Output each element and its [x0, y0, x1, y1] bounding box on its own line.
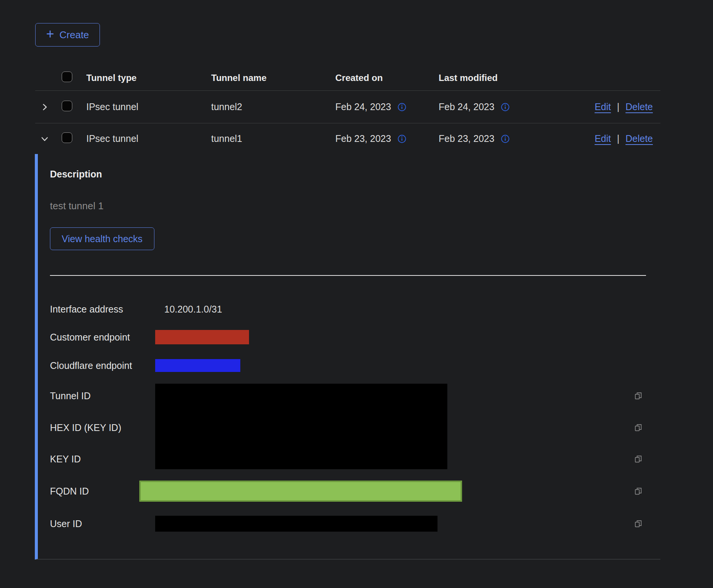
info-icon[interactable]: [500, 134, 510, 144]
row-expand-cell: [35, 102, 54, 112]
header-checkbox-cell: [54, 72, 86, 84]
field-label: User ID: [50, 518, 155, 529]
field-value-cell: [155, 481, 634, 502]
tunnel-type-cell: IPsec tunnel: [86, 133, 211, 144]
tunnel-details-panel: Description test tunnel 1 View health ch…: [35, 154, 660, 560]
panel-divider: [50, 275, 646, 276]
detail-row-user-id: User ID: [50, 508, 648, 540]
header-last-modified: Last modified: [439, 73, 582, 83]
redacted-cloudflare-endpoint-block: [155, 359, 240, 372]
created-on-cell: Feb 24, 2023: [335, 101, 439, 112]
row-checkbox-cell: [54, 101, 86, 114]
redacted-tunnel-ids-block: [155, 384, 447, 469]
copy-icon: [634, 391, 643, 401]
tunnel-name-cell: tunnel2: [211, 101, 335, 112]
field-value-cell: 10.200.1.0/31: [155, 304, 648, 315]
field-label: Interface address: [50, 304, 155, 315]
view-health-checks-button[interactable]: View health checks: [50, 227, 154, 250]
row-checkbox[interactable]: [62, 132, 72, 143]
detail-row-cloudflare-endpoint: Cloudflare endpoint: [50, 351, 648, 380]
field-label: KEY ID: [50, 454, 155, 465]
actions-separator: |: [617, 133, 620, 144]
info-icon[interactable]: [397, 102, 407, 112]
copy-icon: [634, 519, 643, 529]
copy-button[interactable]: [634, 519, 643, 529]
create-button-label: Create: [59, 29, 89, 41]
description-label: Description: [50, 168, 660, 180]
edit-link[interactable]: Edit: [595, 101, 611, 112]
header-tunnel-name: Tunnel name: [211, 73, 335, 83]
field-label: Cloudflare endpoint: [50, 360, 155, 371]
field-label: Tunnel ID: [50, 390, 155, 401]
plus-icon: +: [46, 27, 54, 41]
delete-link[interactable]: Delete: [626, 101, 653, 112]
create-button[interactable]: + Create: [35, 23, 100, 47]
delete-link[interactable]: Delete: [626, 133, 653, 144]
header-tunnel-type: Tunnel type: [86, 73, 211, 83]
description-value: test tunnel 1: [50, 200, 660, 212]
detail-row-fqdn-id: FQDN ID: [50, 474, 648, 508]
copy-button[interactable]: [634, 487, 643, 496]
created-on-value: Feb 23, 2023: [335, 133, 391, 144]
table-header-row: Tunnel type Tunnel name Created on Last …: [35, 65, 660, 91]
copy-icon: [634, 423, 643, 432]
field-label: Customer endpoint: [50, 332, 155, 343]
info-icon[interactable]: [500, 102, 510, 112]
detail-row-customer-endpoint: Customer endpoint: [50, 323, 648, 351]
select-all-checkbox[interactable]: [62, 72, 72, 82]
tunnel-name-cell: tunnel1: [211, 133, 335, 144]
redacted-customer-endpoint-block: [155, 330, 249, 344]
chevron-down-icon[interactable]: [40, 134, 50, 144]
redacted-user-id-block: [155, 516, 437, 532]
tunnel-detail-fields: Interface address 10.200.1.0/31 Customer…: [50, 295, 648, 540]
copy-button[interactable]: [634, 454, 643, 464]
copy-icon: [634, 487, 643, 496]
field-value-cell: [155, 516, 634, 532]
interface-address-value: 10.200.1.0/31: [155, 304, 222, 315]
field-label: HEX ID (KEY ID): [50, 422, 155, 433]
tunnels-table: Tunnel type Tunnel name Created on Last …: [35, 65, 660, 560]
redacted-fqdn-id-block: [139, 481, 462, 502]
table-row: IPsec tunnel tunnel1 Feb 23, 2023 Feb 23…: [35, 123, 660, 154]
copy-button[interactable]: [634, 391, 643, 401]
table-row: IPsec tunnel tunnel2 Feb 24, 2023 Feb 24…: [35, 91, 660, 123]
created-on-value: Feb 24, 2023: [335, 101, 391, 112]
actions-separator: |: [617, 101, 620, 112]
last-modified-cell: Feb 24, 2023: [439, 101, 582, 112]
edit-link[interactable]: Edit: [595, 133, 611, 144]
field-value-cell: [155, 330, 648, 344]
copy-icon: [634, 454, 643, 464]
last-modified-value: Feb 23, 2023: [439, 133, 494, 144]
copy-button[interactable]: [634, 423, 643, 432]
header-created-on: Created on: [335, 73, 439, 83]
created-on-cell: Feb 23, 2023: [335, 133, 439, 144]
row-checkbox[interactable]: [62, 101, 72, 111]
row-actions: Edit | Delete: [595, 133, 660, 144]
row-expand-cell: [35, 134, 54, 144]
field-value-cell: [155, 359, 648, 372]
last-modified-value: Feb 24, 2023: [439, 101, 494, 112]
info-icon[interactable]: [397, 134, 407, 144]
detail-row-interface-address: Interface address 10.200.1.0/31: [50, 295, 648, 323]
row-checkbox-cell: [54, 132, 86, 145]
chevron-right-icon[interactable]: [40, 102, 50, 112]
tunnel-type-cell: IPsec tunnel: [86, 101, 211, 112]
row-actions: Edit | Delete: [595, 101, 660, 112]
last-modified-cell: Feb 23, 2023: [439, 133, 582, 144]
